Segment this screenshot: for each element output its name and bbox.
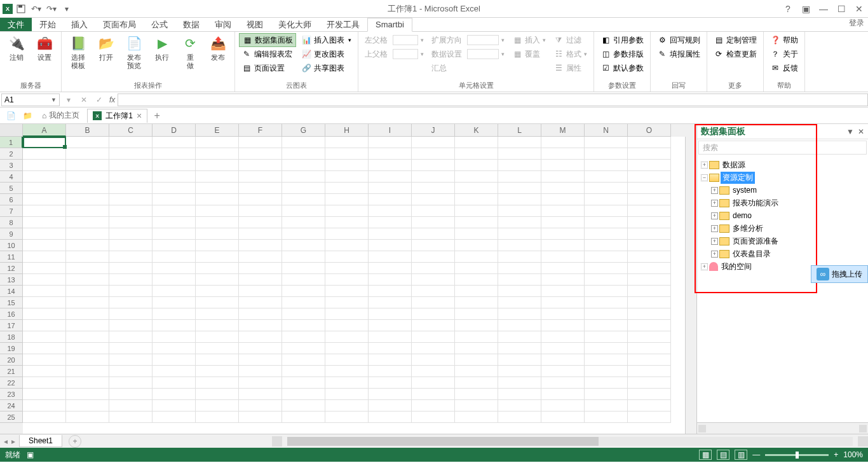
change-chart-button[interactable]: 📈更改图表 (299, 47, 354, 61)
insert-chart-button[interactable]: 📊插入图表▾ (299, 33, 354, 47)
select-all-corner[interactable] (0, 124, 23, 137)
fill-attr-button[interactable]: ✎填报属性 (654, 47, 703, 61)
col-header-A[interactable]: A (23, 124, 66, 137)
doc-tab-home[interactable]: ⌂我的主页 (37, 109, 85, 122)
view-page-break-button[interactable]: ▥ (735, 450, 747, 460)
login-link[interactable]: 登录 (849, 18, 864, 29)
zoom-slider[interactable] (765, 454, 829, 456)
fx-icon[interactable]: fx (107, 95, 118, 104)
default-param-button[interactable]: ☑默认参数 (598, 61, 646, 75)
menu-home[interactable]: 开始 (32, 18, 64, 31)
menu-smartbi[interactable]: Smartbi (367, 18, 412, 32)
row-header-11[interactable]: 11 (0, 251, 23, 263)
menu-view[interactable]: 视图 (239, 18, 271, 31)
doc-tab-add[interactable]: + (150, 109, 164, 123)
qat-customize-button[interactable]: ▾ (60, 2, 74, 16)
view-normal-button[interactable]: ▦ (699, 450, 712, 460)
tree-node-page-res[interactable]: 页面资源准备 (698, 235, 867, 247)
expand-icon[interactable] (711, 238, 718, 245)
row-header-17[interactable]: 17 (0, 320, 23, 331)
col-header-B[interactable]: B (66, 124, 109, 137)
logout-button[interactable]: 🔌注销 (4, 33, 29, 63)
menu-review[interactable]: 审阅 (207, 18, 239, 31)
col-header-K[interactable]: K (455, 124, 498, 137)
sheet-nav[interactable]: ◂▸ (0, 437, 19, 446)
tree-node-datasource[interactable]: 数据源 (698, 158, 867, 171)
publish-preview-button[interactable]: 📄发布 预览 (121, 33, 147, 71)
formula-cancel-button[interactable]: ✕ (76, 93, 92, 106)
col-header-N[interactable]: N (585, 124, 628, 137)
vertical-scrollbar[interactable] (685, 137, 696, 434)
tree-node-olap[interactable]: 多维分析 (698, 222, 867, 235)
horizontal-scrollbar[interactable] (287, 437, 853, 446)
row-header-5[interactable]: 5 (0, 183, 23, 194)
redo-qat-button[interactable]: ↷▾ (44, 2, 58, 16)
ribbon-options-button[interactable]: ▣ (797, 0, 815, 18)
menu-file[interactable]: 文件 (0, 18, 32, 31)
row-header-15[interactable]: 15 (0, 297, 23, 308)
sheet-tab-sheet1[interactable]: Sheet1 (19, 435, 62, 447)
row-header-19[interactable]: 19 (0, 343, 23, 354)
tree-node-dashboard-dir[interactable]: 仪表盘目录 (698, 247, 867, 260)
doc-folder-icon[interactable]: 📁 (20, 109, 34, 123)
tree-node-report-demo[interactable]: 报表功能演示 (698, 197, 867, 209)
formula-accept-button[interactable]: ✓ (92, 93, 107, 106)
edit-macro-button[interactable]: ✎编辑报表宏 (239, 47, 296, 61)
zoom-level[interactable]: 100% (843, 450, 863, 459)
row-header-1[interactable]: 1 (0, 137, 23, 148)
row-header-20[interactable]: 20 (0, 354, 23, 366)
help-button[interactable]: ? (779, 0, 797, 18)
menu-beautify[interactable]: 美化大师 (271, 18, 319, 31)
rewrite-rule-button[interactable]: ⚙回写规则 (654, 33, 703, 47)
about-button[interactable]: ？关于 (768, 47, 801, 61)
expand-icon[interactable] (711, 212, 718, 219)
save-qat-button[interactable] (14, 2, 28, 16)
row-header-22[interactable]: 22 (0, 377, 23, 389)
expand-icon[interactable] (701, 263, 708, 270)
row-header-12[interactable]: 12 (0, 263, 23, 274)
row-header-24[interactable]: 24 (0, 400, 23, 411)
check-update-button[interactable]: ⟳检查更新 (711, 47, 759, 61)
row-header-4[interactable]: 4 (0, 171, 23, 183)
col-header-F[interactable]: F (239, 124, 282, 137)
add-sheet-button[interactable]: + (69, 435, 81, 448)
ref-param-button[interactable]: ◧引用参数 (598, 33, 646, 47)
feedback-button[interactable]: ✉反馈 (768, 61, 801, 75)
hscroll-left-button[interactable] (272, 436, 282, 446)
col-header-J[interactable]: J (412, 124, 455, 137)
page-settings-button[interactable]: ▤页面设置 (239, 61, 296, 75)
doc-new-icon[interactable]: 📄 (4, 109, 18, 123)
maximize-button[interactable]: ☐ (832, 0, 850, 18)
view-page-layout-button[interactable]: ▤ (717, 450, 729, 460)
menu-data[interactable]: 数据 (175, 18, 207, 31)
expand-icon[interactable] (711, 200, 718, 207)
help-ribbon-button[interactable]: ❓帮助 (768, 33, 801, 47)
data-panel-button[interactable]: ▦数据集面板 (239, 33, 296, 47)
col-header-E[interactable]: E (196, 124, 239, 137)
row-header-3[interactable]: 3 (0, 160, 23, 171)
undo-qat-button[interactable]: ↶▾ (29, 2, 43, 16)
expand-icon[interactable] (701, 162, 708, 169)
share-chart-button[interactable]: 🔗共享图表 (299, 61, 354, 75)
custom-mgmt-button[interactable]: ▤定制管理 (711, 33, 759, 47)
open-button[interactable]: 📂打开 (93, 33, 119, 63)
tree-node-demo[interactable]: demo (698, 209, 867, 222)
row-header-9[interactable]: 9 (0, 228, 23, 240)
row-header-25[interactable]: 25 (0, 411, 23, 423)
minimize-button[interactable]: — (815, 0, 832, 18)
panel-search-input[interactable]: 搜索 (698, 141, 867, 155)
zoom-in-button[interactable]: + (834, 450, 838, 459)
formula-input[interactable] (118, 93, 868, 106)
col-header-C[interactable]: C (109, 124, 153, 137)
redo-button[interactable]: ⟳重 做 (177, 33, 203, 71)
row-header-6[interactable]: 6 (0, 194, 23, 205)
expand-icon[interactable] (711, 225, 718, 232)
tree-node-resource-custom[interactable]: 资源定制 (698, 171, 867, 184)
select-template-button[interactable]: 📗选择 模板 (65, 33, 91, 71)
expand-icon[interactable] (711, 187, 718, 194)
param-layout-button[interactable]: ◫参数排版 (598, 47, 646, 61)
panel-close-icon[interactable]: ✕ (858, 127, 864, 136)
row-header-8[interactable]: 8 (0, 217, 23, 228)
macro-record-icon[interactable]: ▣ (27, 450, 34, 459)
panel-dropdown-icon[interactable]: ▼ (846, 127, 854, 136)
